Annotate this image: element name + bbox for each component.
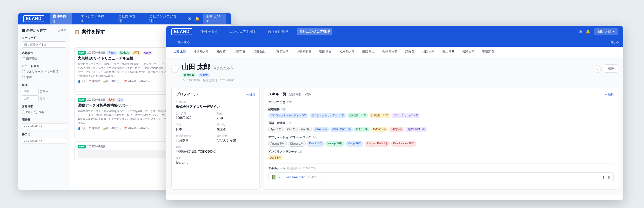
remote-option-3: 不可 <box>22 76 32 80</box>
status-checkbox-row: 応募済み <box>22 57 66 61</box>
period-option-2: 長期 <box>34 110 44 114</box>
eng-tab-kawaguchi[interactable]: 川口 未来 <box>419 48 438 56</box>
back-link[interactable]: ← 一覧へ戻る <box>170 40 190 44</box>
front-mail-icon[interactable]: ✉ <box>579 29 582 34</box>
job-price-2: 💴 60〜100万円 <box>103 127 122 130</box>
front-nav-item-2[interactable]: エンジニアを探す <box>227 28 259 35</box>
fw-tag-1: Django 1年 <box>288 141 306 147</box>
lang-tag-2: Go 1年 <box>299 127 312 132</box>
back-nav-item-3[interactable]: 自社案件管理 <box>116 13 141 24</box>
file-name[interactable]: Y.T_SkillSheet.xlsx <box>278 176 305 179</box>
eng-tab-shioda[interactable]: 塩田 朋香 <box>316 48 334 56</box>
back-navbar: ELAND 案件を探す エンジニアを探す 自社案件管理 自社エンジニア管理 ✉ … <box>18 13 231 24</box>
front-nav-item-3[interactable]: 自社案件管理 <box>265 28 291 35</box>
eng-tab-horikita[interactable]: 堀北 前基 <box>439 48 458 56</box>
eng-tab-matsubara[interactable]: 松原 浩太郎 <box>336 48 358 56</box>
lang-tag-1: C# 1年 <box>285 127 298 132</box>
eng-tab-onodera[interactable]: 小野寺 遥 <box>230 48 249 56</box>
engineer-career-header: エンジニア歴 12年 <box>268 100 614 104</box>
job-date-1: 2024/09/01掲載 <box>87 51 105 55</box>
experience-tags: プロジェクトマネージャー 5年 プロジェクトリーダー 10年 基本設計 10年 … <box>268 113 614 118</box>
status-label: 応募状況 <box>22 51 66 55</box>
download-icon[interactable]: ⬇ <box>602 175 605 179</box>
eng-tab-kamiya[interactable]: 神谷 駿太郎 <box>190 48 212 56</box>
education-label: 最終学歴 <box>217 134 255 138</box>
remote-radio-1[interactable] <box>22 70 25 73</box>
delete-file-icon[interactable]: 🗑 <box>607 175 611 179</box>
status-option: 応募済み <box>26 57 38 61</box>
eng-tab-suda[interactable]: 須田 知世 <box>250 48 269 56</box>
eng-tab-tabata[interactable]: 田端 竜也 <box>359 48 378 56</box>
profile-edit-btn[interactable]: ✏ 編集 <box>246 93 255 96</box>
period-radio-2[interactable] <box>34 110 37 114</box>
remote-radio-3[interactable] <box>22 76 25 79</box>
fw-tag-3: Node.js 10年 <box>325 141 345 147</box>
start-date-input[interactable] <box>22 123 66 129</box>
profile-card-header: プロフィール ✏ 編集 <box>176 92 255 97</box>
eng-tab-kawachi[interactable]: 河内 葉 <box>213 48 229 56</box>
notes-item: 備考 特になし <box>176 157 255 165</box>
engineer-header: ‹ 山田 太郎 やまだたろう 参照可能 公開中 ID : 12345678 最終… <box>171 62 618 82</box>
job-tag-nodejs-1: Node.js <box>118 51 130 55</box>
sub-navbar: ← 一覧へ戻る — 閉じる <box>166 37 623 47</box>
nationality-value: 日本 <box>176 127 214 132</box>
back-nav-item-1[interactable]: 案件を探す <box>50 13 72 24</box>
job-tag-azure-1: Azure <box>143 51 152 55</box>
lang-tag-0: Apex 1年 <box>268 127 284 132</box>
mail-icon[interactable]: ✉ <box>188 16 191 21</box>
age-item: 年齢 28歳 <box>217 112 255 120</box>
remote-radio-2[interactable] <box>45 70 49 73</box>
eng-tab-yamada[interactable]: 山田 太郎 <box>170 48 189 56</box>
remote-option-2: 一部可 <box>45 70 58 74</box>
skillsheet-header: スキルシート 最終更新日：2024/07/30 <box>268 166 614 170</box>
eng-tab-aimochi[interactable]: 会持 寿々花 <box>379 48 400 56</box>
end-date-input[interactable] <box>22 138 66 144</box>
period-radio-1[interactable] <box>22 110 25 114</box>
notes-value: 特になし <box>176 161 255 165</box>
age-label: 年齢 <box>217 112 255 115</box>
back-logo: ELAND <box>23 15 44 22</box>
back-nav-item-2[interactable]: エンジニアを探す <box>78 13 110 24</box>
clear-button[interactable]: クリア <box>58 29 66 32</box>
front-window: ELAND 案件を探す エンジニアを探す 自社案件管理 自社エンジニア管理 ✉ … <box>166 26 623 200</box>
keyword-filter: キーワード <box>22 36 66 48</box>
skills-edit-btn[interactable]: ✏ 編集 <box>605 93 614 96</box>
price-upper-input[interactable] <box>22 95 39 101</box>
skills-card: スキル一覧 登録件数：22件 ✏ 編集 エンジニア歴 12年 経験業 <box>264 88 618 190</box>
eng-tab-koichi[interactable]: 小市 麻由子 <box>270 48 292 56</box>
close-button[interactable]: — 閉じる <box>606 40 619 44</box>
price-label: 単価 <box>22 83 66 87</box>
status-checkbox[interactable] <box>22 57 25 60</box>
keyword-label: キーワード <box>22 36 66 40</box>
birthday-item: 生年月日 1996/01/20 <box>176 112 214 120</box>
fw-tag-6: React Native 10年 <box>391 141 416 147</box>
delete-button[interactable]: 削除 <box>604 64 618 73</box>
back-user-menu[interactable]: 山田 太郎 ▼ <box>203 14 226 24</box>
next-engineer-btn[interactable]: › <box>594 66 601 73</box>
eng-tab-kozuka[interactable]: 小塚 有起哉 <box>293 48 314 56</box>
engineer-badges: 参照可能 公開中 <box>182 73 591 77</box>
job-location-1: 📍 東京都 <box>88 80 100 83</box>
lang-tag-3: Java 12年 <box>313 127 329 132</box>
prev-engineer-btn[interactable]: ‹ <box>171 66 179 73</box>
eng-tab-kawachi2[interactable]: 河内 葉 <box>402 48 418 56</box>
exp-tag-3: 詳細設計 10年 <box>369 113 390 118</box>
engineer-main: ‹ 山田 太郎 やまだたろう 参照可能 公開中 ID : 12345678 最終… <box>166 57 623 195</box>
front-user-menu[interactable]: 山田 太郎 ▼ <box>594 28 618 35</box>
bell-icon[interactable]: 🔔 <box>195 16 200 21</box>
engineer-name-block: 山田 太郎 やまだたろう 参照可能 公開中 ID : 12345678 最終更新… <box>182 62 591 82</box>
keyword-input[interactable] <box>22 41 66 48</box>
qualification-value: 中国語検定1級, TOEIC500点 <box>176 150 255 154</box>
job-persons-2: 👤 3人 <box>78 127 86 130</box>
new-badge-3: NEW <box>78 145 86 148</box>
back-nav-item-4[interactable]: 自社エンジニア管理 <box>147 13 181 24</box>
eng-tab-utsunomiya[interactable]: 宇都宮 葉 <box>479 48 498 56</box>
eng-tab-umezawa[interactable]: 梅澤 由宇 <box>459 48 478 56</box>
front-nav-item-4[interactable]: 自社エンジニア管理 <box>297 28 332 35</box>
front-bell-icon[interactable]: 🔔 <box>586 29 591 34</box>
price-lower-input[interactable] <box>22 89 39 94</box>
front-nav-item-1[interactable]: 案件を探す <box>198 28 220 35</box>
job-tag-java-2: Java <box>107 98 116 102</box>
birthday-label: 生年月日 <box>176 112 214 115</box>
price-upper-row: 万円 <box>22 95 66 101</box>
